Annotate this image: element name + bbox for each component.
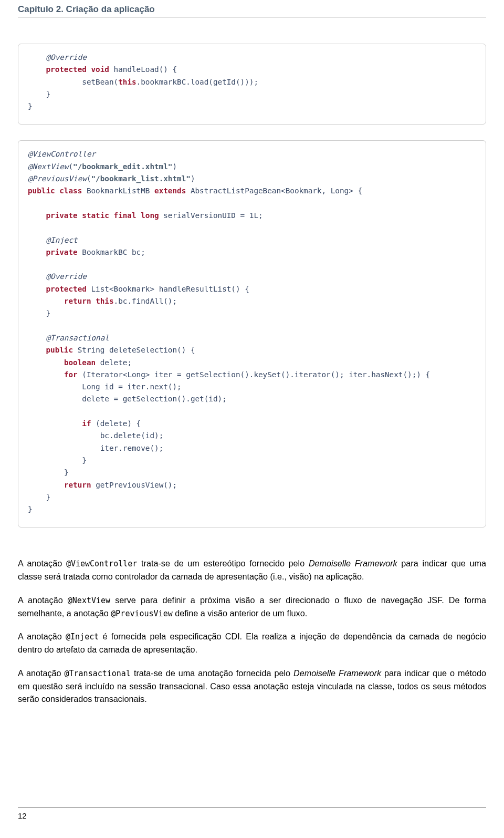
code-listing-1: @Override protected void handleLoad() { … bbox=[28, 51, 476, 112]
footer-rule bbox=[18, 808, 486, 808]
inline-code-inject: @Inject bbox=[66, 632, 99, 642]
paragraph-viewcontroller: A anotação @ViewController trata-se de u… bbox=[18, 557, 486, 583]
page-number: 12 bbox=[18, 811, 486, 820]
inline-code-previousview: @PreviousView bbox=[111, 609, 172, 618]
code-panel-2: @ViewController @NextView("/bookmark_edi… bbox=[18, 140, 486, 527]
body-text: A anotação @ViewController trata-se de u… bbox=[18, 557, 486, 705]
paragraph-inject: A anotação @Inject é fornecida pela espe… bbox=[18, 630, 486, 656]
inline-code-nextview: @NextView bbox=[68, 596, 110, 605]
paragraph-nextview: A anotação @NextView serve para definir … bbox=[18, 594, 486, 620]
paragraph-transactional: A anotação @Transactional trata-se de um… bbox=[18, 667, 486, 706]
inline-code-transactional: @Transactional bbox=[64, 669, 130, 678]
code-listing-2: @ViewController @NextView("/bookmark_edi… bbox=[28, 148, 476, 515]
page-footer: 12 bbox=[18, 808, 486, 820]
code-panel-1: @Override protected void handleLoad() { … bbox=[18, 44, 486, 125]
header-rule bbox=[18, 17, 486, 17]
chapter-title: Capítulo 2. Criação da aplicação bbox=[18, 4, 486, 15]
inline-code-viewcontroller: @ViewController bbox=[66, 559, 137, 568]
